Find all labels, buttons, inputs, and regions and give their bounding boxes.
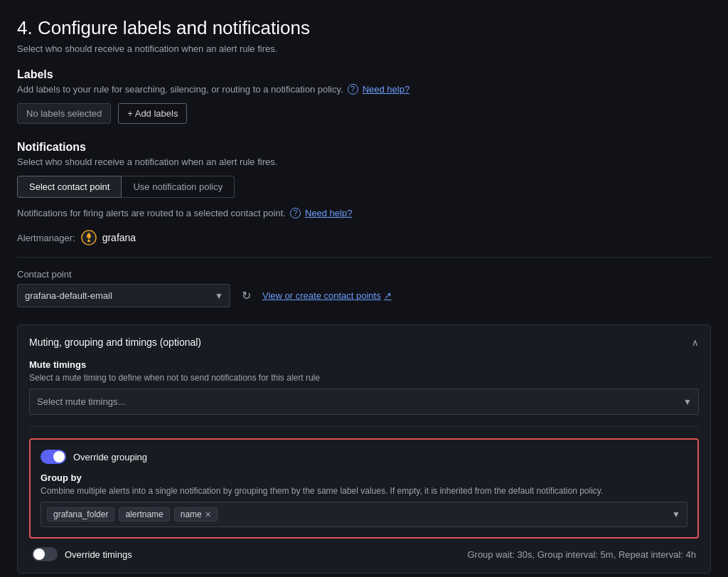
alertmanager-label: Alertmanager:	[17, 233, 75, 243]
tag-name-remove-button[interactable]: ✕	[205, 510, 211, 519]
labels-title: Labels	[17, 68, 711, 81]
group-by-title: Group by	[41, 472, 687, 483]
notifications-help-icon: ?	[290, 208, 301, 218]
toggle-knob	[53, 451, 65, 462]
tag-alertname: alertname	[119, 507, 169, 522]
labels-row: No labels selected + Add labels	[17, 103, 711, 124]
notifications-desc: Select who should receive a notification…	[17, 157, 711, 167]
labels-section: Labels Add labels to your rule for searc…	[17, 68, 711, 124]
page-title: 4. Configure labels and notifications	[17, 17, 711, 39]
mute-timings-title: Mute timings	[29, 359, 699, 370]
tag-grafana-folder: grafana_folder	[47, 507, 114, 522]
tab-use-notification-policy[interactable]: Use notification policy	[122, 176, 235, 198]
override-grouping-box: Override grouping Group by Combine multi…	[29, 438, 699, 539]
override-grouping-label: Override grouping	[73, 452, 147, 462]
timings-info-text: Group wait: 30s, Group interval: 5m, Rep…	[467, 549, 696, 560]
override-timings-left: Override timings	[32, 547, 132, 561]
no-labels-badge: No labels selected	[17, 103, 111, 124]
override-timings-toggle-knob	[33, 549, 45, 560]
notification-tabs: Select contact point Use notification po…	[17, 176, 711, 198]
grafana-icon	[81, 230, 97, 245]
tag-name: name ✕	[174, 507, 218, 522]
mute-timings-desc: Select a mute timing to define when not …	[29, 373, 699, 383]
labels-help-link[interactable]: Need help?	[363, 84, 410, 95]
group-by-tags-wrapper: grafana_folder alertname name ✕ ▼	[41, 502, 687, 527]
divider-1	[29, 426, 699, 427]
svg-point-1	[87, 240, 90, 243]
notifications-info: Notifications for firing alerts are rout…	[17, 208, 711, 218]
external-link-icon: ↗	[384, 290, 392, 301]
override-timings-toggle[interactable]	[32, 547, 58, 561]
muting-collapse-icon: ∧	[692, 337, 699, 348]
muting-section-title: Muting, grouping and timings (optional)	[29, 337, 201, 348]
page-subtitle: Select who should receive a notification…	[17, 43, 711, 54]
group-by-desc: Combine multiple alerts into a single no…	[41, 486, 687, 496]
alertmanager-row: Alertmanager: grafana	[17, 230, 711, 258]
mute-timings-select-wrapper: Select mute timings... ▼	[29, 388, 699, 415]
notifications-section: Notifications Select who should receive …	[17, 141, 711, 307]
override-grouping-toggle[interactable]	[41, 450, 66, 464]
tab-select-contact-point[interactable]: Select contact point	[17, 176, 122, 198]
notifications-title: Notifications	[17, 141, 711, 154]
contact-point-select[interactable]: grafana-default-email	[17, 284, 230, 307]
contact-point-row: grafana-default-email ▼ ↻ View or create…	[17, 284, 711, 307]
override-timings-label: Override timings	[65, 549, 132, 560]
labels-desc: Add labels to your rule for searching, s…	[17, 84, 711, 95]
group-by-tags-box[interactable]: grafana_folder alertname name ✕	[41, 502, 687, 527]
contact-point-section: Contact point grafana-default-email ▼ ↻ …	[17, 269, 711, 307]
add-labels-button[interactable]: + Add labels	[118, 103, 187, 124]
mute-timings-select[interactable]: Select mute timings...	[29, 388, 699, 415]
override-grouping-row: Override grouping	[41, 450, 687, 464]
notifications-help-link[interactable]: Need help?	[305, 208, 353, 218]
alertmanager-name: grafana	[102, 232, 136, 243]
tags-chevron-icon: ▼	[672, 509, 680, 519]
muting-section: Muting, grouping and timings (optional) …	[17, 324, 711, 573]
labels-help-icon: ?	[348, 84, 358, 95]
muting-section-header[interactable]: Muting, grouping and timings (optional) …	[29, 337, 699, 348]
contact-point-label: Contact point	[17, 269, 711, 280]
refresh-contact-point-button[interactable]: ↻	[239, 286, 254, 305]
view-create-contact-points-link[interactable]: View or create contact points ↗	[262, 290, 392, 301]
contact-point-select-wrapper: grafana-default-email ▼	[17, 284, 230, 307]
mute-timings-subsection: Mute timings Select a mute timing to def…	[29, 359, 699, 415]
group-by-section: Group by Combine multiple alerts into a …	[41, 472, 687, 527]
override-timings-row: Override timings Group wait: 30s, Group …	[29, 547, 699, 561]
